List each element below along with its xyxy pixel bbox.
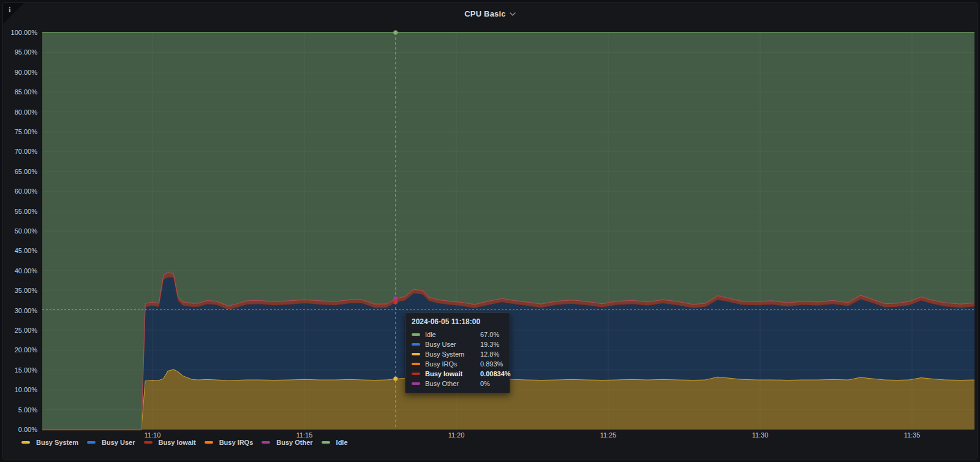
legend-swatch-icon — [21, 441, 30, 444]
legend-item-label: Busy Other — [276, 439, 312, 446]
tooltip-series-value: 19.3% — [480, 341, 499, 348]
legend-item-label: Busy Iowait — [159, 439, 196, 446]
tooltip-row: Busy User19.3% — [412, 339, 503, 349]
legend-item-busy-system[interactable]: Busy System — [21, 439, 78, 446]
hover-marker-dot — [393, 300, 398, 304]
tooltip-series-label: Busy Iowait — [425, 370, 475, 377]
legend-item-idle[interactable]: Idle — [322, 439, 348, 446]
legend-item-label: Busy IRQs — [219, 439, 254, 446]
tooltip-series-label: Busy IRQs — [425, 360, 475, 368]
tooltip-row: Busy IRQs0.893% — [412, 359, 503, 369]
tooltip-series-swatch-icon — [412, 333, 420, 336]
tooltip-series-value: 0.00834% — [480, 370, 511, 377]
hover-marker-dot — [393, 31, 398, 35]
panel-info-corner[interactable]: i — [3, 3, 25, 25]
chevron-down-icon — [510, 12, 516, 17]
tooltip-series-value: 67.0% — [480, 331, 499, 338]
legend-item-label: Busy User — [102, 439, 135, 446]
legend-swatch-icon — [205, 441, 213, 444]
legend: Busy SystemBusy UserBusy IowaitBusy IRQs… — [21, 439, 348, 446]
tooltip-series-swatch-icon — [412, 382, 420, 385]
tooltip-timestamp: 2024-06-05 11:18:00 — [412, 317, 503, 326]
hover-marker-dot — [393, 377, 398, 381]
tooltip-series-value: 12.8% — [480, 350, 499, 358]
tooltip-row: Busy System12.8% — [412, 349, 503, 359]
legend-swatch-icon — [144, 441, 153, 444]
tooltip-series-value: 0% — [480, 380, 490, 387]
tooltip-series-label: Idle — [425, 331, 475, 338]
tooltip: 2024-06-05 11:18:00 Idle67.0%Busy User19… — [405, 312, 510, 393]
tooltip-series-swatch-icon — [412, 343, 420, 346]
info-corner-triangle — [3, 3, 24, 24]
legend-item-busy-user[interactable]: Busy User — [87, 439, 135, 446]
panel-header-menu[interactable]: CPU Basic — [3, 3, 977, 24]
legend-swatch-icon — [87, 441, 96, 444]
tooltip-row: Busy Other0% — [412, 379, 503, 388]
tooltip-series-swatch-icon — [412, 353, 420, 355]
panel-title: CPU Basic — [464, 9, 506, 18]
tooltip-row: Idle67.0% — [412, 330, 503, 339]
legend-item-label: Idle — [336, 439, 348, 446]
tooltip-series-value: 0.893% — [480, 360, 503, 368]
tooltip-row: Busy Iowait0.00834% — [412, 369, 503, 379]
tooltip-rows: Idle67.0%Busy User19.3%Busy System12.8%B… — [412, 330, 503, 388]
info-icon: i — [9, 5, 11, 15]
legend-swatch-icon — [262, 441, 270, 444]
tooltip-series-label: Busy User — [425, 341, 475, 348]
legend-item-label: Busy System — [36, 439, 78, 446]
tooltip-series-swatch-icon — [412, 373, 420, 375]
tooltip-series-swatch-icon — [412, 363, 420, 365]
legend-swatch-icon — [322, 441, 330, 444]
grafana-panel: i CPU Basic 100.00%95.00%90.00%85.00%80.… — [2, 2, 978, 460]
tooltip-series-label: Busy System — [425, 350, 475, 358]
legend-item-busy-other[interactable]: Busy Other — [262, 439, 312, 446]
tooltip-series-label: Busy Other — [425, 380, 475, 387]
legend-item-busy-irqs[interactable]: Busy IRQs — [205, 439, 254, 446]
legend-item-busy-iowait[interactable]: Busy Iowait — [144, 439, 196, 446]
